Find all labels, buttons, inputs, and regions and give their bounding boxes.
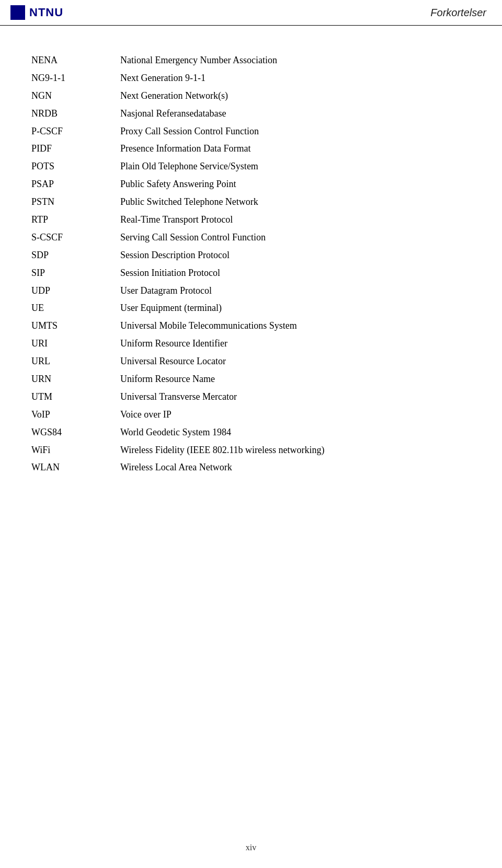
abbreviation-definition: Session Description Protocol [115, 247, 471, 264]
abbreviation-definition: Plain Old Telephone Service/System [115, 158, 471, 176]
abbreviation-definition: Uniform Resource Name [115, 371, 471, 388]
abbreviation-definition: Real-Time Transport Protocol [115, 211, 471, 229]
abbreviation-definition: Wireless Fidelity (IEEE 802.11b wireless… [115, 442, 471, 459]
abbreviation-definition: Public Safety Answering Point [115, 176, 471, 193]
abbreviation-term: NGN [31, 87, 115, 105]
table-row: NENANational Emergency Number Associatio… [31, 52, 471, 70]
abbreviation-definition: World Geodetic System 1984 [115, 424, 471, 442]
abbreviation-definition: Session Initiation Protocol [115, 264, 471, 282]
logo-text: NTNU [29, 6, 63, 19]
abbreviation-term: WLAN [31, 459, 115, 477]
logo-area: NTNU [10, 5, 63, 20]
abbreviation-definition: Universal Resource Locator [115, 353, 471, 371]
abbreviation-term: UTM [31, 388, 115, 406]
page-footer: xiv [0, 843, 502, 852]
abbreviation-term: SIP [31, 264, 115, 282]
abbreviation-term: POTS [31, 158, 115, 176]
abbreviation-term: S-CSCF [31, 229, 115, 247]
abbreviation-term: UMTS [31, 317, 115, 335]
abbreviation-term: WGS84 [31, 424, 115, 442]
abbreviation-definition: Serving Call Session Control Function [115, 229, 471, 247]
table-row: WGS84World Geodetic System 1984 [31, 424, 471, 442]
abbreviations-table: NENANational Emergency Number Associatio… [31, 52, 471, 477]
abbreviation-term: SDP [31, 247, 115, 264]
table-row: PSTNPublic Switched Telephone Network [31, 193, 471, 211]
table-row: UEUser Equipment (terminal) [31, 299, 471, 317]
table-row: UTMUniversal Transverse Mercator [31, 388, 471, 406]
abbreviation-definition: Presence Information Data Format [115, 140, 471, 158]
table-row: UDPUser Datagram Protocol [31, 282, 471, 300]
table-row: PSAPPublic Safety Answering Point [31, 176, 471, 193]
abbreviation-term: URL [31, 353, 115, 371]
abbreviation-term: P-CSCF [31, 123, 115, 141]
table-row: POTSPlain Old Telephone Service/System [31, 158, 471, 176]
table-row: UMTSUniversal Mobile Telecommunications … [31, 317, 471, 335]
abbreviation-term: PSTN [31, 193, 115, 211]
abbreviation-term: NG9-1-1 [31, 70, 115, 87]
abbreviation-definition: Voice over IP [115, 406, 471, 424]
table-row: PIDFPresence Information Data Format [31, 140, 471, 158]
table-row: VoIPVoice over IP [31, 406, 471, 424]
page-number: xiv [246, 843, 256, 852]
table-row: P-CSCFProxy Call Session Control Functio… [31, 123, 471, 141]
abbreviation-term: RTP [31, 211, 115, 229]
abbreviation-definition: Wireless Local Area Network [115, 459, 471, 477]
abbreviation-term: NENA [31, 52, 115, 70]
table-row: SDPSession Description Protocol [31, 247, 471, 264]
abbreviation-definition: Public Switched Telephone Network [115, 193, 471, 211]
abbreviation-term: URI [31, 335, 115, 353]
table-row: URNUniform Resource Name [31, 371, 471, 388]
abbreviation-term: PSAP [31, 176, 115, 193]
abbreviation-term: PIDF [31, 140, 115, 158]
table-row: SIPSession Initiation Protocol [31, 264, 471, 282]
main-content: NENANational Emergency Number Associatio… [0, 26, 502, 508]
table-row: NGNNext Generation Network(s) [31, 87, 471, 105]
table-row: RTPReal-Time Transport Protocol [31, 211, 471, 229]
table-row: URIUniform Resource Identifier [31, 335, 471, 353]
abbreviation-definition: Next Generation Network(s) [115, 87, 471, 105]
table-row: NG9-1-1Next Generation 9-1-1 [31, 70, 471, 87]
table-row: WiFiWireless Fidelity (IEEE 802.11b wire… [31, 442, 471, 459]
abbreviation-definition: National Emergency Number Association [115, 52, 471, 70]
abbreviation-term: WiFi [31, 442, 115, 459]
abbreviation-definition: Universal Transverse Mercator [115, 388, 471, 406]
abbreviation-definition: Uniform Resource Identifier [115, 335, 471, 353]
abbreviation-definition: Proxy Call Session Control Function [115, 123, 471, 141]
table-row: NRDBNasjonal Referansedatabase [31, 105, 471, 123]
table-row: WLANWireless Local Area Network [31, 459, 471, 477]
abbreviation-definition: Nasjonal Referansedatabase [115, 105, 471, 123]
abbreviation-definition: User Datagram Protocol [115, 282, 471, 300]
logo-icon [10, 5, 25, 20]
table-row: S-CSCFServing Call Session Control Funct… [31, 229, 471, 247]
page-title: Forkortelser [430, 7, 486, 19]
abbreviation-definition: Next Generation 9-1-1 [115, 70, 471, 87]
abbreviation-term: UE [31, 299, 115, 317]
abbreviation-term: NRDB [31, 105, 115, 123]
abbreviation-definition: User Equipment (terminal) [115, 299, 471, 317]
page-header: NTNU Forkortelser [0, 0, 502, 26]
abbreviation-definition: Universal Mobile Telecommunications Syst… [115, 317, 471, 335]
abbreviation-term: UDP [31, 282, 115, 300]
table-row: URLUniversal Resource Locator [31, 353, 471, 371]
abbreviation-term: VoIP [31, 406, 115, 424]
abbreviation-term: URN [31, 371, 115, 388]
